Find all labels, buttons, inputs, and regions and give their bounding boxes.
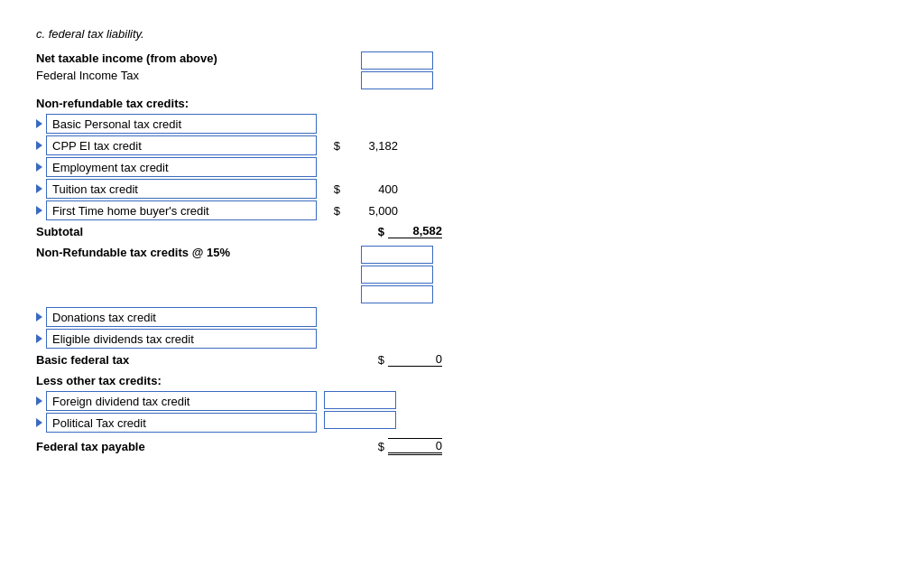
arrow-icon-eligible	[36, 334, 42, 343]
federal-payable-value: 0	[388, 438, 442, 455]
page-container: c. federal tax liability. Net taxable in…	[36, 27, 888, 455]
foreign-political-items: Foreign dividend tax credit Political Ta…	[36, 391, 317, 434]
non-refundable-input-2[interactable]	[361, 266, 433, 284]
net-taxable-income-row: Net taxable income (from above) Federal …	[36, 51, 888, 89]
federal-income-tax-label: Federal Income Tax	[36, 69, 361, 82]
cpp-ei-label: CPP EI tax credit	[46, 135, 317, 155]
arrow-icon-cpp	[36, 141, 42, 150]
net-taxable-income-input[interactable]	[361, 51, 433, 70]
eligible-dividends-row: Eligible dividends tax credit	[36, 329, 888, 349]
federal-tax-payable-label: Federal tax payable	[36, 440, 361, 453]
basic-federal-tax-row: Basic federal tax $ 0	[36, 352, 888, 367]
political-tax-label: Political Tax credit	[46, 413, 317, 433]
foreign-dividend-row: Foreign dividend tax credit	[36, 391, 317, 411]
foreign-political-inputs	[324, 391, 396, 429]
first-time-buyer-label: First Time home buyer's credit	[46, 200, 317, 220]
basic-personal-row: Basic Personal tax credit	[36, 114, 888, 134]
less-other-label: Less other tax credits:	[36, 374, 888, 387]
basic-personal-label: Basic Personal tax credit	[46, 114, 317, 134]
non-refundable-input-1[interactable]	[361, 246, 433, 264]
cpp-ei-value: 3,182	[344, 139, 398, 153]
non-refundable-15-label: Non-Refundable tax credits @ 15%	[36, 246, 361, 259]
employment-row: Employment tax credit	[36, 157, 888, 177]
tuition-currency: $	[317, 182, 344, 196]
arrow-icon-foreign	[36, 396, 42, 406]
less-other-label-text: Less other tax credits:	[36, 374, 162, 387]
arrow-icon-buyer	[36, 206, 42, 215]
non-refundable-title: Non-refundable tax credits:	[36, 97, 888, 110]
buyer-currency: $	[317, 204, 344, 218]
foreign-dividend-label: Foreign dividend tax credit	[46, 391, 317, 411]
arrow-icon-employment	[36, 163, 42, 172]
subtotal-label: Subtotal	[36, 225, 235, 238]
arrow-icon-donations	[36, 312, 42, 322]
tuition-label: Tuition tax credit	[46, 179, 317, 199]
donations-label: Donations tax credit	[46, 307, 317, 327]
basic-federal-value: 0	[388, 352, 442, 367]
tuition-row: Tuition tax credit $ 400	[36, 179, 888, 199]
federal-payable-currency: $	[361, 440, 388, 453]
arrow-icon-political	[36, 418, 42, 427]
donations-eligible-items: Donations tax credit Eligible dividends …	[36, 307, 888, 349]
arrow-icon-tuition	[36, 184, 42, 193]
employment-label: Employment tax credit	[46, 157, 317, 177]
tax-credit-items: Basic Personal tax credit CPP EI tax cre…	[36, 114, 888, 220]
federal-tax-payable-row: Federal tax payable $ 0	[36, 438, 888, 455]
subtotal-value: 8,582	[388, 224, 442, 238]
eligible-dividends-label: Eligible dividends tax credit	[46, 329, 317, 349]
net-income-inputs	[361, 51, 433, 89]
section-header: c. federal tax liability.	[36, 27, 888, 41]
basic-federal-tax-label: Basic federal tax	[36, 353, 361, 367]
non-refundable-15-inputs	[361, 246, 433, 303]
basic-federal-currency: $	[361, 353, 388, 367]
political-tax-row: Political Tax credit	[36, 413, 317, 433]
buyer-value: 5,000	[344, 204, 398, 218]
tuition-value: 400	[344, 182, 398, 196]
arrow-icon-basic	[36, 119, 42, 128]
cpp-ei-row: CPP EI tax credit $ 3,182	[36, 135, 888, 155]
political-tax-input[interactable]	[324, 411, 396, 429]
cpp-ei-currency: $	[317, 139, 344, 153]
donations-row: Donations tax credit	[36, 307, 888, 327]
federal-income-tax-input[interactable]	[361, 71, 433, 89]
subtotal-currency: $	[361, 225, 388, 238]
header-title: c. federal tax liability.	[36, 27, 144, 41]
net-taxable-income-label: Net taxable income (from above)	[36, 51, 361, 65]
foreign-dividend-input[interactable]	[324, 391, 396, 409]
non-refundable-input-3[interactable]	[361, 285, 433, 303]
foreign-political-section: Foreign dividend tax credit Political Ta…	[36, 391, 888, 434]
net-income-labels: Net taxable income (from above) Federal …	[36, 51, 361, 82]
first-time-buyer-row: First Time home buyer's credit $ 5,000	[36, 200, 888, 220]
non-refundable-15-row: Non-Refundable tax credits @ 15%	[36, 246, 888, 303]
subtotal-row: Subtotal $ 8,582	[36, 224, 888, 238]
